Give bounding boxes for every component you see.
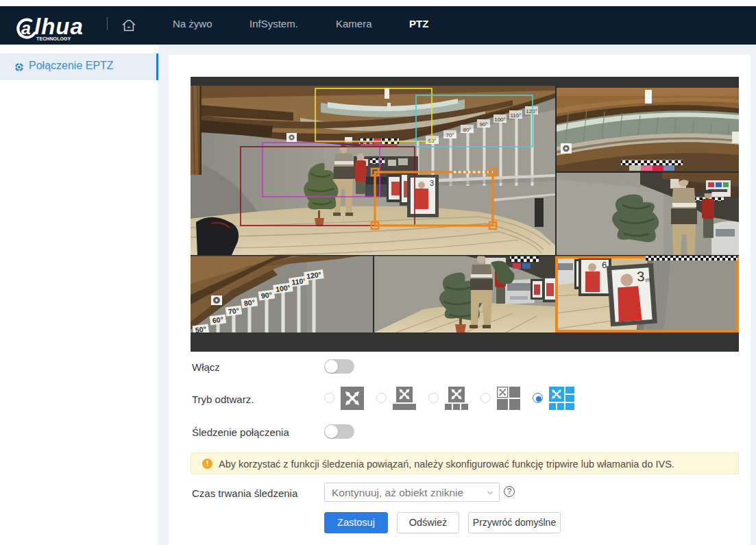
svg-text:80°: 80° (243, 298, 255, 307)
svg-text:m: m (645, 276, 650, 283)
svg-text:90°: 90° (260, 290, 272, 300)
svg-text:60°: 60° (212, 315, 223, 324)
svg-text:70°: 70° (228, 306, 239, 315)
svg-text:TECHNOLOGY: TECHNOLOGY (36, 36, 71, 41)
svg-text:lhua: lhua (34, 14, 84, 39)
svg-text:a: a (21, 19, 31, 38)
svg-text:3: 3 (636, 269, 645, 284)
svg-text:3: 3 (430, 179, 434, 187)
svg-text:6: 6 (602, 260, 607, 270)
